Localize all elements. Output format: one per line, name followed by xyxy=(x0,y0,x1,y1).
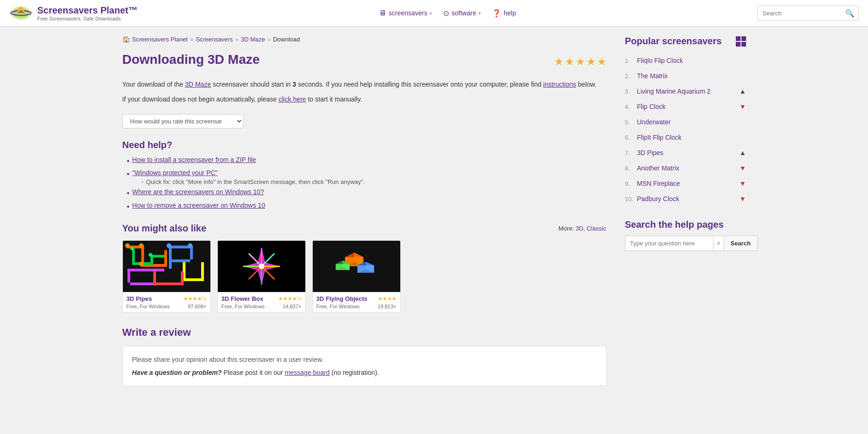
breadcrumb-link-home[interactable]: Screensavers Planet xyxy=(132,36,188,43)
write-review-title: Write a review xyxy=(122,326,606,339)
ss-card-3dpipes[interactable]: 3D Pipes ★★★★½ Free, For Windows 97,608× xyxy=(122,240,211,312)
svg-rect-18 xyxy=(201,262,204,281)
main-search-input[interactable] xyxy=(758,7,841,20)
manual-text-1: If your download does not begin automati… xyxy=(122,95,277,103)
sidebar: Popular screensavers 1. Fliqlo Flip Cloc… xyxy=(625,36,746,386)
svg-point-29 xyxy=(148,253,152,257)
popular-link-flipit[interactable]: FlipIt Flip Clock xyxy=(637,134,746,141)
popular-item-8: 8. Another Matrix ▼ xyxy=(625,161,746,176)
help-link-2[interactable]: "Windows protected your PC" xyxy=(132,169,217,176)
svg-point-27 xyxy=(139,262,143,266)
popular-num-7: 7. xyxy=(625,149,633,156)
down-indicator-anothermatrix: ▼ xyxy=(740,164,746,172)
help-list: How to install a screensaver from a ZIP … xyxy=(122,156,606,212)
more-link-classic[interactable]: Classic xyxy=(587,225,606,232)
ss-card-flyingobjects[interactable]: 3D Flying Objects ★★★★ Free, For Windows… xyxy=(312,240,401,312)
svg-rect-23 xyxy=(153,283,181,285)
ss-card-image-flower xyxy=(218,241,305,292)
download-text-prefix: Your download of the xyxy=(122,81,183,88)
click-here-link-2[interactable]: click here xyxy=(278,95,306,103)
popular-num-9: 9. xyxy=(625,180,633,187)
win-square-3 xyxy=(736,42,740,47)
ss-card-title-row-flower: 3D Flower Box ★★★★½ xyxy=(222,295,302,302)
popular-title: Popular screensavers xyxy=(625,36,722,47)
svg-rect-11 xyxy=(150,255,164,258)
help-search-button[interactable]: Search xyxy=(724,236,758,251)
popular-link-fliqlo[interactable]: Fliqlo Flip Clock xyxy=(637,57,746,64)
svg-point-26 xyxy=(139,243,143,248)
help-link-4[interactable]: How to remove a screensaver on Windows 1… xyxy=(132,202,265,209)
breadcrumb-link-3dmaze[interactable]: 3D Maze xyxy=(241,36,265,43)
ss-card-meta-right-flying: 19,813× xyxy=(377,304,396,309)
popular-num-6: 6. xyxy=(625,134,633,141)
star-2: ★ xyxy=(565,56,574,68)
popular-link-padbury[interactable]: Padbury Clock xyxy=(637,195,736,203)
help-link-1[interactable]: How to install a screensaver from a ZIP … xyxy=(132,156,256,163)
help-search-input[interactable] xyxy=(625,236,713,251)
more-label: More: xyxy=(558,225,574,232)
logo-icon xyxy=(9,4,33,22)
popular-link-3dpipes[interactable]: 3D Pipes xyxy=(637,149,736,156)
help-search-area: ✕ Search xyxy=(625,236,746,251)
help-icon: ❓ xyxy=(492,9,501,18)
instructions-link[interactable]: instructions xyxy=(543,81,576,88)
ss-card-title-row: 3D Pipes ★★★★½ xyxy=(127,295,207,302)
manual-download-line: If your download does not begin automati… xyxy=(122,94,606,104)
popular-item-4: 4. Flip Clock ▼ xyxy=(625,99,746,115)
ss-card-image-flying xyxy=(313,241,400,292)
up-indicator-marine: ▲ xyxy=(740,88,746,95)
popular-link-msn[interactable]: MSN Fireplace xyxy=(637,180,736,187)
download-text-4: below. xyxy=(578,81,597,88)
svg-rect-8 xyxy=(132,248,135,262)
main-search-button[interactable]: 🔍 xyxy=(841,6,858,20)
popular-num-1: 1. xyxy=(625,57,633,64)
breadcrumb: 🏠 Screensavers Planet » Screensavers » 3… xyxy=(122,36,606,43)
download-text-middle: screensaver should start in xyxy=(213,81,292,88)
list-item: "Windows protected your PC" Quick fix: c… xyxy=(127,169,606,185)
list-item: Where are the screensavers on Windows 10… xyxy=(127,188,606,198)
message-board-link[interactable]: message board xyxy=(285,369,330,376)
home-icon: 🏠 xyxy=(122,36,130,43)
ss-card-name-flower: 3D Flower Box xyxy=(222,295,263,302)
download-description: Your download of the 3D Maze screensaver… xyxy=(122,79,606,89)
ss-card-flowerbox[interactable]: 3D Flower Box ★★★★½ Free, For Windows 14… xyxy=(217,240,306,312)
ss-card-name-pipes: 3D Pipes xyxy=(127,295,152,302)
more-link-3d[interactable]: 3D xyxy=(576,225,584,232)
star-rating: ★ ★ ★ ★ ★ xyxy=(554,56,606,68)
ss-card-meta-flower: Free, For Windows 14,837× xyxy=(222,304,302,309)
svg-point-31 xyxy=(188,243,192,248)
ss-card-info-pipes: 3D Pipes ★★★★½ Free, For Windows 97,608× xyxy=(123,292,210,312)
help-link-3[interactable]: Where are the screensavers on Windows 10… xyxy=(132,188,264,196)
nav-software[interactable]: ⊙ software ▾ xyxy=(443,9,481,18)
ss-card-meta-left-flying: Free, For Windows xyxy=(316,304,360,309)
list-item: How to install a screensaver from a ZIP … xyxy=(127,156,606,166)
review-question-mid: Please post it on our xyxy=(223,369,285,376)
help-search-clear-button[interactable]: ✕ xyxy=(713,236,724,251)
popular-link-flipclock[interactable]: Flip Clock xyxy=(637,103,736,110)
manual-text-2-val: to start it manually. xyxy=(308,95,362,103)
download-3dmaze-link[interactable]: 3D Maze xyxy=(185,81,211,88)
svg-point-28 xyxy=(130,246,134,250)
ss-card-info-flying: 3D Flying Objects ★★★★ Free, For Windows… xyxy=(313,292,400,312)
svg-point-42 xyxy=(259,264,264,269)
screensaver-cards: 3D Pipes ★★★★½ Free, For Windows 97,608× xyxy=(122,240,606,312)
up-indicator-3dpipes: ▲ xyxy=(740,149,746,156)
ss-card-meta-right-flower: 14,837× xyxy=(283,304,301,309)
ss-card-meta-right-pipes: 97,608× xyxy=(188,304,206,309)
need-help-title: Need help? xyxy=(122,140,606,150)
star-1: ★ xyxy=(554,56,564,68)
breadcrumb-link-screensavers[interactable]: Screensavers xyxy=(196,36,233,43)
down-indicator-flipclock: ▼ xyxy=(740,103,746,110)
nav-help[interactable]: ❓ help xyxy=(492,9,516,18)
popular-item-1: 1. Fliqlo Flip Clock xyxy=(625,53,746,68)
popular-link-matrix[interactable]: The Matrix xyxy=(637,72,746,80)
review-question-parens: (no registration). xyxy=(331,369,379,376)
popular-link-marine[interactable]: Living Marine Aquarium 2 xyxy=(637,88,736,95)
nav-screensavers[interactable]: 🖥 screensavers ▾ xyxy=(379,9,432,17)
rating-dropdown[interactable]: How would you rate this screensaver? ★★★… xyxy=(122,114,243,129)
popular-link-underwater[interactable]: Underwater xyxy=(637,118,746,126)
popular-link-anothermatrix[interactable]: Another Matrix xyxy=(637,164,736,172)
review-box: Please share your opinion about this scr… xyxy=(122,346,606,386)
ss-card-stars-flying: ★★★★ xyxy=(378,296,397,302)
chevron-down-icon-software: ▾ xyxy=(478,11,481,16)
